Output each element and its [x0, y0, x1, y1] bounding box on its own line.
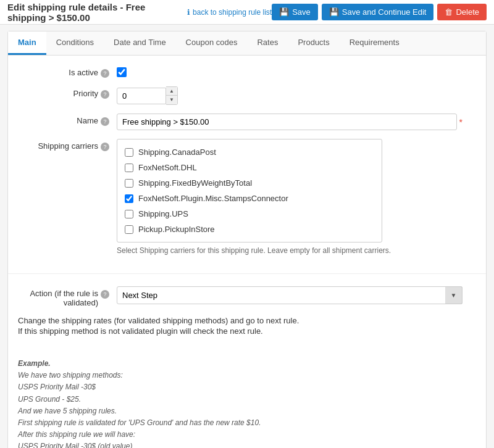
example-line-6: After this shipping rule we will have: [18, 430, 135, 439]
tabs-container: Main Conditions Date and Time Coupon cod… [7, 31, 487, 448]
example-text: Example. We have two shipping methods: U… [18, 358, 476, 448]
carrier-fixed-by-weight-label: Shipping.FixedByWeightByTotal [138, 178, 252, 188]
carrier-pickup: Pickup.PickupInStore [122, 222, 377, 237]
section-divider-action [8, 273, 486, 274]
header-buttons: 💾 Save 💾 Save and Continue Edit 🗑 Delete [272, 4, 487, 20]
action-help-icon[interactable]: ? [101, 290, 109, 299]
tab-coupon-codes[interactable]: Coupon codes [176, 31, 248, 55]
carrier-canada-post: Shipping.CanadaPost [122, 144, 377, 160]
tab-conditions[interactable]: Conditions [46, 31, 104, 55]
save-continue-label: Save and Continue Edit [342, 7, 427, 17]
carrier-foxnetsoft-dhl-label: FoxNetSoft.DHL [138, 163, 197, 172]
carrier-foxnetsoft-dhl-checkbox[interactable] [125, 164, 133, 172]
tab-rates[interactable]: Rates [247, 31, 288, 55]
priority-spin-buttons: ▲ ▼ [166, 86, 178, 105]
save-continue-button[interactable]: 💾 Save and Continue Edit [322, 4, 434, 20]
example-line-1: We have two shipping methods: [18, 371, 123, 380]
header-bar: Edit shipping rule details - Free shippi… [0, 0, 494, 25]
name-label: Name ? [18, 114, 117, 126]
name-input[interactable] [117, 114, 457, 130]
action-label: Action (if the rule is validated) ? [18, 286, 117, 307]
action-select-wrap: Next Step ▼ [117, 286, 463, 304]
shipping-carriers-label: Shipping carriers ? [18, 139, 117, 151]
carrier-ups-checkbox[interactable] [125, 210, 133, 218]
carrier-fixed-by-weight-checkbox[interactable] [125, 179, 133, 188]
name-row: Name ? * [18, 114, 476, 130]
tab-date-and-time[interactable]: Date and Time [104, 31, 176, 55]
is-active-row: Is active ? [18, 65, 476, 78]
priority-help-icon[interactable]: ? [101, 90, 109, 99]
save-icon: 💾 [279, 7, 289, 17]
example-section: Example. We have two shipping methods: U… [8, 352, 486, 448]
action-desc-line1: Change the shipping rates (for validated… [18, 316, 476, 325]
is-active-help-icon[interactable]: ? [101, 69, 109, 78]
shipping-carriers-row: Shipping carriers ? Shipping.CanadaPost … [18, 139, 476, 255]
carrier-stamps-connector-label: FoxNetSoft.Plugin.Misc.StampsConnector [138, 194, 288, 203]
example-line-2: USPS Priority Mail -30$ [18, 383, 96, 391]
carrier-canada-post-label: Shipping.CanadaPost [138, 147, 216, 157]
page-title: Edit shipping rule details - Free shippi… [7, 2, 181, 23]
carrier-foxnetsoft-dhl: FoxNetSoft.DHL [122, 160, 377, 175]
shipping-carriers-help-icon[interactable]: ? [101, 143, 109, 151]
priority-row: Priority ? ▲ ▼ [18, 86, 476, 105]
carrier-pickup-checkbox[interactable] [125, 225, 133, 234]
carriers-help-text: Select Shipping carriers for this shippi… [117, 246, 463, 255]
action-select[interactable]: Next Step [117, 286, 463, 304]
is-active-control [117, 65, 463, 77]
carrier-stamps-connector: FoxNetSoft.Plugin.Misc.StampsConnector [122, 191, 377, 206]
back-to-list-link[interactable]: back to shipping rule list [187, 8, 272, 17]
example-line-7: USPS Priority Mail -30$ (old value) [18, 442, 132, 448]
delete-icon: 🗑 [445, 7, 453, 17]
delete-button[interactable]: 🗑 Delete [437, 4, 487, 20]
example-line-4: And we have 5 shipping rules. [18, 407, 117, 415]
delete-label: Delete [456, 7, 479, 17]
is-active-label: Is active ? [18, 65, 117, 78]
example-title: Example. [18, 359, 51, 368]
main-content: Main Conditions Date and Time Coupon cod… [0, 25, 494, 448]
action-desc-line2: If this shipping method is not validated… [18, 326, 476, 336]
example-line-5: First shipping rule is validated for 'UP… [18, 418, 261, 427]
priority-decrement-button[interactable]: ▼ [166, 96, 177, 104]
name-control: * [117, 114, 463, 130]
priority-label: Priority ? [18, 86, 117, 99]
tab-requirements[interactable]: Requirements [340, 31, 409, 55]
tab-content-main: Is active ? Priority ? ▲ [8, 56, 486, 273]
is-active-checkbox[interactable] [117, 67, 127, 77]
tab-products[interactable]: Products [288, 31, 339, 55]
save-button[interactable]: 💾 Save [272, 4, 318, 20]
action-section: Action (if the rule is validated) ? Next… [8, 276, 486, 352]
priority-input-wrap: ▲ ▼ [117, 86, 463, 105]
carrier-ups-label: Shipping.UPS [138, 209, 188, 218]
carrier-stamps-connector-checkbox[interactable] [125, 194, 133, 203]
shipping-carriers-control: Shipping.CanadaPost FoxNetSoft.DHL Shipp… [117, 139, 463, 255]
priority-input[interactable] [117, 88, 166, 104]
carrier-pickup-label: Pickup.PickupInStore [138, 225, 215, 234]
action-description: Change the shipping rates (for validated… [18, 316, 476, 336]
save-continue-icon: 💾 [329, 7, 339, 17]
save-label: Save [292, 7, 311, 17]
action-row: Action (if the rule is validated) ? Next… [18, 286, 476, 307]
tab-main[interactable]: Main [8, 31, 46, 55]
carriers-box: Shipping.CanadaPost FoxNetSoft.DHL Shipp… [117, 139, 382, 243]
name-help-icon[interactable]: ? [101, 117, 109, 126]
carrier-ups: Shipping.UPS [122, 206, 377, 222]
carrier-canada-post-checkbox[interactable] [125, 148, 133, 157]
priority-increment-button[interactable]: ▲ [166, 87, 177, 96]
name-required-star: * [459, 117, 463, 127]
action-control: Next Step ▼ [117, 286, 463, 304]
example-line-3: UPS Ground - $25. [18, 395, 81, 404]
carrier-fixed-by-weight: Shipping.FixedByWeightByTotal [122, 175, 377, 191]
tabs-nav: Main Conditions Date and Time Coupon cod… [8, 31, 486, 56]
priority-control: ▲ ▼ [117, 86, 463, 105]
